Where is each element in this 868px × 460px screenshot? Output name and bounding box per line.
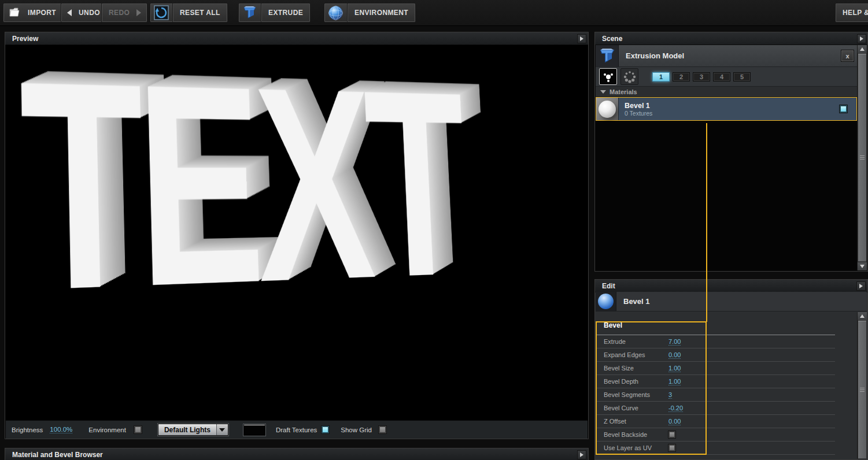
import-label: IMPORT — [21, 9, 63, 17]
reset-all-button[interactable]: RESET ALL — [150, 3, 228, 23]
material-browser-arrow-button[interactable] — [577, 450, 586, 459]
lights-dropdown[interactable]: Default Lights — [158, 424, 228, 436]
preview-header: Preview — [5, 32, 588, 45]
materials-list-empty-area — [596, 123, 857, 270]
bevel-backside-checkbox[interactable] — [668, 431, 675, 438]
prop-label: Bevel Curve — [604, 405, 668, 411]
blue-sphere-icon — [598, 294, 614, 309]
scene-title: Scene — [602, 35, 622, 43]
lights-mode-button[interactable] — [620, 68, 638, 85]
collapse-triangle-icon — [600, 90, 606, 94]
edit-scrollbar-thumb[interactable] — [858, 321, 866, 459]
show-grid-label: Show Grid — [341, 426, 372, 433]
lights-dropdown-value: Default Lights — [158, 424, 216, 435]
help-button[interactable]: HELP & — [835, 3, 868, 23]
material-row-bevel1[interactable]: Bevel 1 0 Textures — [596, 97, 857, 121]
prop-row-bevel-curve: Bevel Curve -0.20 — [596, 402, 835, 415]
environment-checkbox[interactable] — [134, 426, 142, 433]
prop-row-expand-edges: Expand Edges 0.00 — [596, 348, 835, 362]
material-browser-header: Material and Bevel Browser — [5, 448, 588, 460]
environment-label: ENVIRONMENT — [348, 9, 415, 17]
preview-controls-bar: Brightness 100.0% Environment Default Li… — [6, 420, 588, 439]
draft-textures-checkbox[interactable] — [322, 426, 329, 433]
scrollbar-grip-icon — [860, 155, 865, 159]
prop-row-bevel-segments: Bevel Segments 3 — [596, 388, 835, 402]
scene-header: Scene — [595, 32, 867, 45]
scene-scrollbar-thumb[interactable] — [858, 54, 866, 262]
background-color-swatch[interactable] — [243, 424, 265, 436]
prop-row-bevel-size: Bevel Size 1.00 — [596, 362, 835, 375]
extrude-button[interactable]: EXTRUDE — [238, 3, 311, 23]
materials-section-header[interactable]: Materials — [596, 87, 857, 97]
prop-row-bevel-depth: Bevel Depth 1.00 — [596, 375, 835, 388]
scene-scroll-up-icon[interactable] — [858, 45, 867, 53]
model-tab-2[interactable]: 2 — [673, 72, 690, 81]
use-layer-as-uv-checkbox[interactable] — [668, 444, 675, 451]
scene-scrollbar[interactable] — [857, 45, 867, 270]
object-mode-button[interactable] — [599, 68, 617, 85]
edit-target-row[interactable]: Bevel 1 — [596, 292, 867, 311]
prop-label: Z Offset — [604, 418, 668, 425]
environment-sphere-icon — [324, 3, 348, 22]
scrollbar-grip-icon — [860, 388, 865, 392]
edit-panel-arrow-button[interactable] — [856, 281, 866, 291]
redo-button[interactable]: REDO — [101, 3, 147, 23]
prop-label: Extrude — [604, 338, 668, 345]
undo-button[interactable]: UNDO — [61, 3, 108, 23]
help-label: HELP & — [836, 9, 868, 17]
prop-row-use-layer-as-uv: Use Layer as UV — [596, 442, 835, 455]
scene-panel: Scene Extrusion Model x 1 2 3 4 5 — [594, 32, 868, 272]
import-button[interactable]: IMPORT — [3, 3, 64, 23]
prop-value[interactable]: 7.00 — [668, 338, 681, 346]
prop-value[interactable]: 1.00 — [668, 365, 681, 372]
preview-canvas[interactable]: TEXT — [6, 45, 588, 420]
environment-button[interactable]: ENVIRONMENT — [324, 3, 416, 23]
edit-scroll-up-icon[interactable] — [858, 312, 867, 320]
model-tab-1[interactable]: 1 — [652, 72, 670, 81]
material-name: Bevel 1 — [625, 102, 652, 110]
prop-value[interactable]: 1.00 — [668, 378, 681, 385]
edit-target-name: Bevel 1 — [623, 297, 650, 306]
environment-checkbox-label: Environment — [88, 426, 126, 433]
remove-model-button[interactable]: x — [841, 50, 854, 61]
material-texture-count: 0 Textures — [625, 110, 652, 117]
prop-row-z-offset: Z Offset 0.00 — [596, 415, 835, 428]
reset-all-label: RESET ALL — [173, 9, 227, 17]
draft-textures-label: Draft Textures — [276, 426, 317, 433]
extrusion-model-row[interactable]: Extrusion Model x — [596, 45, 857, 67]
brightness-value[interactable]: 100.0% — [50, 426, 72, 433]
prop-value[interactable]: 3 — [668, 391, 672, 399]
prop-label: Bevel Size — [604, 365, 668, 372]
extrusion-model-name: Extrusion Model — [626, 51, 684, 60]
preview-panel: Preview TEXT Brightness 100.0% Environme… — [5, 32, 589, 439]
scene-scroll-down-icon[interactable] — [858, 262, 867, 270]
prop-label: Expand Edges — [604, 351, 668, 358]
edit-header: Edit — [595, 280, 867, 292]
prop-value[interactable]: 0.00 — [668, 351, 681, 359]
model-tab-3[interactable]: 3 — [693, 72, 710, 81]
preview-panel-arrow-button[interactable] — [577, 34, 586, 43]
model-tab-4[interactable]: 4 — [713, 72, 730, 81]
material-browser-title: Material and Bevel Browser — [12, 451, 103, 459]
prop-value[interactable]: -0.20 — [668, 405, 683, 412]
model-tab-5[interactable]: 5 — [733, 72, 751, 81]
extrude-icon — [239, 3, 261, 22]
bevel-properties: Bevel Extrude 7.00 Expand Edges 0.00 Bev… — [596, 311, 857, 459]
redo-arrow-icon — [136, 9, 141, 16]
prop-row-bevel-backside: Bevel Backside — [596, 428, 835, 442]
edit-scrollbar[interactable] — [857, 312, 867, 459]
prop-row-extrude: Extrude 7.00 — [596, 335, 835, 348]
material-enabled-checkbox[interactable] — [840, 105, 847, 113]
scene-panel-arrow-button[interactable] — [857, 34, 866, 43]
prop-value[interactable]: 0.00 — [668, 418, 681, 425]
brightness-label: Brightness — [12, 426, 43, 433]
material-browser-panel: Material and Bevel Browser — [5, 448, 589, 460]
scene-body: Extrusion Model x 1 2 3 4 5 Materials — [596, 45, 857, 270]
edit-title: Edit — [602, 282, 615, 290]
preview-title: Preview — [12, 35, 38, 43]
prop-label: Bevel Segments — [604, 391, 668, 398]
prop-label: Bevel Depth — [604, 378, 668, 385]
extrude-label: EXTRUDE — [261, 9, 310, 17]
show-grid-checkbox[interactable] — [379, 426, 386, 433]
redo-label: REDO — [102, 9, 136, 17]
